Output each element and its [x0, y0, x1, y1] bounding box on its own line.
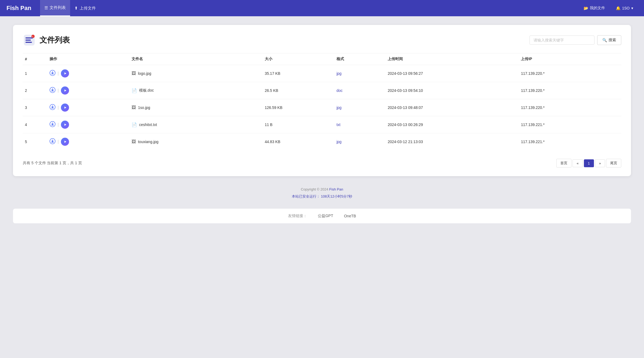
card-header: ! 文件列表 🔍 搜索: [23, 34, 621, 47]
cell-name: 🖼 touxiang.jpg: [129, 133, 263, 150]
col-header-name: 文件名: [129, 53, 263, 65]
col-header-fmt: 格式: [334, 53, 385, 65]
file-type-icon: 🖼: [132, 71, 136, 76]
cell-size: 11 B: [263, 116, 334, 133]
cell-name: 📄 模板.doc: [129, 82, 263, 99]
search-area: 🔍 搜索: [529, 35, 621, 45]
action-group: |: [50, 69, 127, 78]
page-prev-button[interactable]: «: [573, 159, 583, 167]
table-row: 2 |: [23, 82, 621, 99]
file-list-card: ! 文件列表 🔍 搜索 # 操作 文件名 大小 格式: [13, 25, 631, 176]
cell-op: |: [47, 133, 129, 150]
cell-num: 2: [23, 82, 47, 99]
cell-num: 4: [23, 116, 47, 133]
file-name-area: 🖼 touxiang.jpg: [132, 139, 260, 144]
page-info: 共有 5 个文件 当前第 1 页，共 1 页: [23, 161, 82, 166]
col-header-op: 操作: [47, 53, 129, 65]
op-divider: |: [58, 105, 59, 110]
download-button[interactable]: [50, 104, 55, 111]
footer-link-gpt[interactable]: 公益GPT: [318, 214, 333, 218]
file-name-text: logo.jpg: [138, 71, 151, 76]
footer-uptime: 本站已安全运行： 108天12小时5分7秒: [0, 193, 644, 200]
search-input[interactable]: [529, 36, 594, 45]
col-header-ip: 上传IP: [519, 53, 621, 65]
format-link[interactable]: txt: [336, 122, 341, 127]
cell-size: 44.83 KB: [263, 133, 334, 150]
cell-ip: 117.139.221.*: [519, 133, 621, 150]
play-button[interactable]: [61, 69, 69, 78]
search-button[interactable]: 🔍 搜索: [597, 35, 621, 45]
table-header-row: # 操作 文件名 大小 格式 上传时间 上传IP: [23, 53, 621, 65]
file-name-area: 🖼 1so.jpg: [132, 105, 260, 110]
play-button[interactable]: [61, 121, 69, 129]
file-name-area: 📄 ceshitxt.txt: [132, 122, 260, 127]
cell-name: 📄 ceshitxt.txt: [129, 116, 263, 133]
page-current-button[interactable]: 1: [584, 159, 594, 167]
page-last-button[interactable]: 尾页: [606, 159, 621, 167]
page-title: 文件列表: [40, 35, 70, 45]
file-type-icon: 🖼: [132, 105, 136, 110]
file-name-area: 🖼 logo.jpg: [132, 71, 260, 76]
file-name-text: touxiang.jpg: [138, 140, 159, 144]
op-divider: |: [58, 71, 59, 76]
pagination-area: 共有 5 个文件 当前第 1 页，共 1 页 首页 « 1 » 尾页: [23, 158, 621, 167]
folder-icon: 📂: [584, 6, 588, 10]
cell-name: 🖼 1so.jpg: [129, 99, 263, 116]
cell-size: 126.59 KB: [263, 99, 334, 116]
op-divider: |: [58, 122, 59, 127]
main-content: ! 文件列表 🔍 搜索 # 操作 文件名 大小 格式: [0, 16, 644, 176]
format-link[interactable]: jpg: [336, 105, 342, 110]
navbar: Fish Pan ☰ 文件列表 ⬆ 上传文件 📂 我的文件 🔔 1SO ▾: [0, 0, 644, 16]
format-link[interactable]: jpg: [336, 71, 342, 76]
action-group: |: [50, 104, 127, 112]
table-row: 3 |: [23, 99, 621, 116]
op-divider: |: [58, 88, 59, 93]
cell-format: jpg: [334, 99, 385, 116]
cell-ip: 117.139.220.*: [519, 82, 621, 99]
format-link[interactable]: doc: [336, 88, 343, 93]
brand-logo: Fish Pan: [6, 5, 31, 12]
cell-ip: 117.139.220.*: [519, 99, 621, 116]
list-icon: ☰: [44, 5, 48, 10]
format-link[interactable]: jpg: [336, 140, 342, 144]
cell-format: doc: [334, 82, 385, 99]
file-name-text: 模板.doc: [139, 88, 154, 93]
nav-file-list[interactable]: ☰ 文件列表: [40, 0, 70, 16]
download-button[interactable]: [50, 70, 55, 77]
nav-my-files[interactable]: 📂 我的文件: [579, 0, 609, 16]
download-button[interactable]: [50, 138, 55, 145]
col-header-time: 上传时间: [385, 53, 519, 65]
table-row: 5 |: [23, 133, 621, 150]
svg-marker-13: [64, 124, 66, 126]
cell-time: 2024-03-13 09:54:10: [385, 82, 519, 99]
cell-op: |: [47, 65, 129, 82]
play-button[interactable]: [61, 86, 69, 95]
cell-time: 2024-03-13 09:48:07: [385, 99, 519, 116]
nav-upload[interactable]: ⬆ 上传文件: [70, 0, 100, 16]
play-button[interactable]: [61, 138, 69, 146]
page-first-button[interactable]: 首页: [556, 159, 571, 167]
card-title-icon: !: [23, 34, 36, 47]
svg-marker-7: [64, 72, 66, 75]
file-table: # 操作 文件名 大小 格式 上传时间 上传IP 1: [23, 53, 621, 150]
svg-rect-3: [25, 42, 32, 43]
action-group: |: [50, 138, 127, 146]
cell-num: 3: [23, 99, 47, 116]
search-icon: 🔍: [602, 38, 607, 42]
col-header-num: #: [23, 53, 47, 65]
file-name-area: 📄 模板.doc: [132, 88, 260, 93]
file-type-icon: 🖼: [132, 139, 136, 144]
page-next-button[interactable]: »: [595, 159, 605, 167]
cell-size: 26.5 KB: [263, 82, 334, 99]
cell-time: 2024-03-13 00:26:29: [385, 116, 519, 133]
play-button[interactable]: [61, 104, 69, 112]
download-button[interactable]: [50, 87, 55, 94]
svg-text:!: !: [32, 36, 33, 38]
action-group: |: [50, 86, 127, 95]
footer-brand-link[interactable]: Fish Pan: [329, 187, 343, 191]
nav-user[interactable]: 🔔 1SO ▾: [612, 0, 638, 16]
svg-marker-11: [64, 107, 66, 109]
footer-link-onetb[interactable]: OneTB: [344, 214, 356, 218]
cell-time: 2024-03-13 09:56:27: [385, 65, 519, 82]
download-button[interactable]: [50, 121, 55, 128]
